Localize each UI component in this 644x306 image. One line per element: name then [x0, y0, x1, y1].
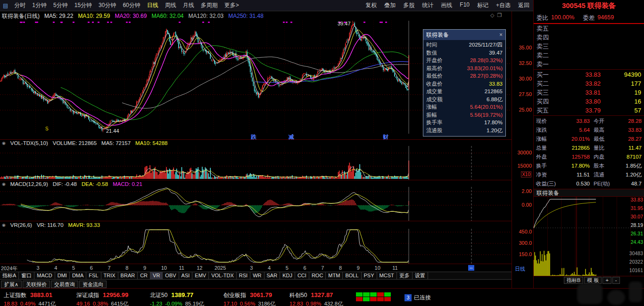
toolbar-item-叠加[interactable]: 叠加: [380, 1, 399, 9]
indicator-tab-设置[interactable]: 设置: [413, 272, 428, 279]
level-price: 33.81: [555, 88, 601, 97]
order-book-row[interactable]: 买一33.8394390: [534, 70, 644, 79]
event-marker[interactable]: 减: [289, 133, 294, 141]
menu-item-多周期[interactable]: 多周期: [198, 1, 221, 9]
indicator-tab-KDJ[interactable]: KDJ: [280, 272, 295, 279]
indicator-tab-MTM[interactable]: MTM: [326, 272, 343, 279]
close-icon[interactable]: ×: [499, 30, 503, 40]
menu-item-5分钟[interactable]: 5分钟: [50, 1, 71, 9]
indicator-tab-RSI[interactable]: RSI: [237, 272, 250, 279]
order-book-row[interactable]: 卖一: [534, 60, 644, 69]
indicator-tab-SAR[interactable]: SAR: [264, 272, 281, 279]
axis-value-label: 2.00: [522, 188, 532, 194]
toolbar-item-F10[interactable]: F10: [456, 1, 473, 9]
toolbar-item-标记[interactable]: 标记: [473, 1, 492, 9]
bottom-tab-资金流向[interactable]: 资金流向: [79, 281, 107, 288]
level-label: 买四: [537, 97, 555, 106]
popup-title-bar[interactable]: 联得装备 ×: [423, 30, 505, 40]
app-menu-icon[interactable]: ▤: [0, 2, 11, 9]
menu-item-周线[interactable]: 周线: [162, 1, 180, 9]
indicator-tab-VR[interactable]: VR: [150, 272, 163, 279]
bottom-tab-关联报价[interactable]: 关联报价: [23, 281, 50, 288]
panel-button-指标B[interactable]: 指标B: [564, 277, 583, 284]
indicator-tab-更多[interactable]: 更多: [397, 272, 413, 279]
order-book-row[interactable]: 卖五: [534, 24, 644, 33]
indicator-tab-BRAR[interactable]: BRAR: [118, 272, 138, 279]
menu-item-日线[interactable]: 日线: [144, 1, 162, 9]
indicator-tab-DMI[interactable]: DMI: [55, 272, 70, 279]
axis-marker[interactable]: --: [468, 265, 474, 271]
indicator-tab-OBV[interactable]: OBV: [163, 272, 179, 279]
panel-button-+[interactable]: +: [603, 277, 611, 284]
breadth-block: [384, 292, 391, 297]
order-book-row[interactable]: 买四33.8016: [534, 97, 644, 106]
indicator-tab-FSL[interactable]: FSL: [86, 272, 101, 279]
indicator-tab-BOLL[interactable]: BOLL: [343, 272, 361, 279]
mini-chart-title[interactable]: 联得装备: [534, 189, 644, 197]
indicator-tab-EMV[interactable]: EMV: [192, 272, 209, 279]
window-icon[interactable]: ❐: [497, 12, 502, 18]
menu-item-更多>[interactable]: 更多>: [221, 1, 242, 9]
index-amount: 3186亿: [258, 301, 275, 306]
time-axis-label: 4: [268, 265, 271, 271]
toolbar-item-+自选[interactable]: +自选: [492, 1, 514, 9]
indicator-tab-CR[interactable]: CR: [138, 272, 150, 279]
toolbar-item-返回[interactable]: 返回: [514, 1, 533, 9]
indicator-tab-TRIX[interactable]: TRIX: [101, 272, 118, 279]
indicator-expand-icon[interactable]: ◉: [2, 141, 6, 145]
macd-chart[interactable]: [0, 187, 512, 221]
event-marker[interactable]: 跌: [251, 133, 256, 141]
period-label[interactable]: 日线: [515, 266, 525, 273]
panel-button-模板[interactable]: 模 板: [584, 277, 602, 284]
indicator-tab-DMA[interactable]: DMA: [70, 272, 86, 279]
toolbar-item-统计[interactable]: 统计: [418, 1, 437, 9]
intraday-mini-chart[interactable]: 33.8331.9530.0728.1926.3124.433048320322…: [534, 197, 644, 276]
order-book-row[interactable]: 买二33.82177: [534, 79, 644, 88]
vr-chart[interactable]: [0, 229, 512, 264]
bottom-tab-交易查询[interactable]: 交易查询: [51, 281, 78, 288]
connection-status[interactable]: 3 已连接: [405, 294, 431, 302]
order-book-row[interactable]: 卖二: [534, 51, 644, 60]
toolbar-item-画线[interactable]: 画线: [437, 1, 456, 9]
order-book-row[interactable]: 买三33.8119: [534, 88, 644, 97]
index-quote-深证成指[interactable]: 深证成指12956.9949.160.38%6415亿: [76, 290, 128, 306]
menu-item-1分钟[interactable]: 1分钟: [29, 1, 50, 9]
order-book-row[interactable]: 卖四: [534, 33, 644, 42]
indicator-tab-MACD[interactable]: MACD: [34, 272, 55, 279]
menu-item-分时[interactable]: 分时: [11, 1, 29, 9]
menu-item-月线[interactable]: 月线: [180, 1, 198, 9]
index-quote-创业板指[interactable]: 创业板指3061.7917.100.56%3186亿: [223, 290, 275, 306]
index-change: 12.83: [289, 301, 303, 306]
toolbar-item-复权[interactable]: 复权: [362, 1, 380, 9]
svg-text:28.19: 28.19: [631, 222, 643, 228]
menu-item-60分钟[interactable]: 60分钟: [119, 1, 143, 9]
indicator-tab-VOL-TDX[interactable]: VOL-TDX: [209, 272, 237, 279]
bottom-tab-扩展∧[interactable]: 扩展∧: [1, 281, 22, 288]
diamond-icon[interactable]: ◇: [490, 12, 494, 18]
svg-text:21.44: 21.44: [106, 128, 119, 134]
index-quote-科创50[interactable]: 科创501327.8712.830.98%432.8亿: [289, 290, 343, 306]
menu-item-15分钟[interactable]: 15分钟: [71, 1, 95, 9]
indicator-tab-ROC[interactable]: ROC: [309, 272, 326, 279]
indicator-tab-CCI[interactable]: CCI: [295, 272, 309, 279]
volume-chart[interactable]: [0, 146, 512, 180]
indicator-expand-icon[interactable]: ◉: [2, 223, 6, 227]
index-quote-上证指数[interactable]: 上证指数3883.0118.830.49%4471亿: [4, 290, 56, 306]
indicator-tab-窗口[interactable]: 窗口: [19, 272, 34, 279]
menu-item-30分钟[interactable]: 30分钟: [95, 1, 119, 9]
info-value: 20.01%: [561, 135, 590, 144]
order-book-row[interactable]: 买五33.7957: [534, 106, 644, 115]
indicator-tab-PSY[interactable]: PSY: [362, 272, 377, 279]
panel-button--[interactable]: -: [612, 277, 620, 284]
event-marker[interactable]: 财: [383, 133, 388, 141]
index-quote-北证50[interactable]: 北证501389.77-1.23-0.09%85.19亿: [150, 290, 204, 306]
chart-title[interactable]: 联得装备(日线): [2, 12, 40, 20]
chart-header-icons: ◇ ❐: [490, 12, 502, 18]
indicator-tab-指标A[interactable]: 指标A: [0, 272, 19, 279]
indicator-tab-MCST[interactable]: MCST: [377, 272, 397, 279]
order-book-row[interactable]: 卖三: [534, 42, 644, 51]
indicator-expand-icon[interactable]: ◉: [2, 182, 6, 186]
indicator-tab-WR[interactable]: WR: [250, 272, 264, 279]
toolbar-item-多股[interactable]: 多股: [399, 1, 418, 9]
indicator-tab-ASI[interactable]: ASI: [179, 272, 193, 279]
